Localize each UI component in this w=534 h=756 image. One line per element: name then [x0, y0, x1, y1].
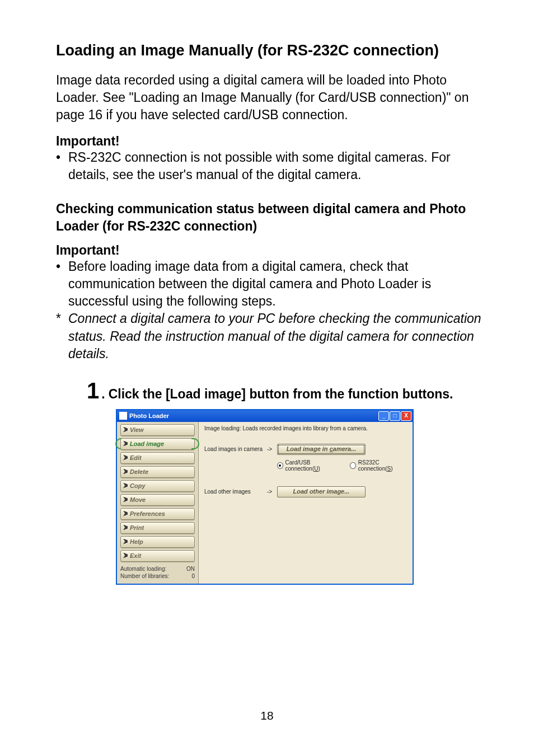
- load-image-in-camera-button[interactable]: Load image in camera...: [277, 444, 366, 455]
- sidebar-item-print[interactable]: Print: [120, 522, 195, 534]
- subheading: Checking communication status between di…: [56, 200, 492, 235]
- sidebar-item-delete[interactable]: Delete: [120, 466, 195, 478]
- star-marker: *: [56, 310, 68, 362]
- important-label-2: Important!: [56, 243, 492, 258]
- load-camera-label: Load images in camera: [204, 446, 267, 452]
- sidebar-item-preferences[interactable]: Preferences: [120, 508, 195, 520]
- maximize-button[interactable]: □: [390, 411, 400, 421]
- auto-loading-label: Automatic loading:: [120, 565, 166, 573]
- pane-description: Image loading: Loads recorded images int…: [204, 425, 407, 431]
- step-dot: .: [101, 387, 105, 402]
- minimize-button[interactable]: _: [378, 411, 389, 421]
- close-button[interactable]: X: [401, 411, 411, 421]
- sidebar-item-edit[interactable]: Edit: [120, 452, 195, 464]
- arrow-icon: ->: [267, 489, 277, 495]
- bullet-text-2: Before loading image data from a digital…: [68, 258, 492, 310]
- app-icon: [119, 412, 127, 420]
- arrow-icon: ->: [267, 446, 277, 452]
- sidebar-item-exit[interactable]: Exit: [120, 550, 195, 562]
- sidebar-item-copy[interactable]: Copy: [120, 480, 195, 492]
- libraries-label: Number of libraries:: [120, 572, 169, 580]
- auto-loading-value: ON: [186, 565, 195, 573]
- radio-rs232c[interactable]: RS232C connection(S): [350, 459, 407, 472]
- bullet-text-1: RS-232C connection is not possible with …: [68, 149, 492, 184]
- load-other-label: Load other images: [204, 489, 267, 495]
- radio-card-usb[interactable]: Card/USB connection(U): [277, 459, 338, 472]
- sidebar-item-move[interactable]: Move: [120, 494, 195, 506]
- sidebar-item-help[interactable]: Help: [120, 536, 195, 548]
- status-box: Automatic loading: ON Number of librarie…: [120, 565, 195, 580]
- sidebar: View Load image Edit Delete Copy Move Pr…: [117, 422, 199, 584]
- sidebar-item-load-image[interactable]: Load image: [120, 438, 195, 450]
- step-text: Click the [Load image] button from the f…: [109, 387, 453, 402]
- intro-paragraph: Image data recorded using a digital came…: [56, 72, 492, 124]
- bullet-marker: •: [56, 258, 68, 310]
- app-window: Photo Loader _ □ X View Load image Edit …: [116, 409, 414, 585]
- selection-indicator-icon: [191, 438, 199, 449]
- libraries-value: 0: [191, 572, 195, 580]
- content-pane: Image loading: Loads recorded images int…: [199, 422, 413, 584]
- load-other-image-button[interactable]: Load other image...: [277, 486, 366, 497]
- page-heading: Loading an Image Manually (for RS-232C c…: [56, 42, 492, 59]
- page-number: 18: [0, 709, 534, 722]
- step-number: 1: [87, 378, 99, 403]
- title-bar: Photo Loader _ □ X: [117, 410, 413, 422]
- window-title: Photo Loader: [129, 412, 378, 419]
- sidebar-item-view[interactable]: View: [120, 424, 195, 436]
- bullet-marker: •: [56, 149, 68, 184]
- star-note: Connect a digital camera to your PC befo…: [68, 310, 492, 362]
- important-label-1: Important!: [56, 134, 492, 149]
